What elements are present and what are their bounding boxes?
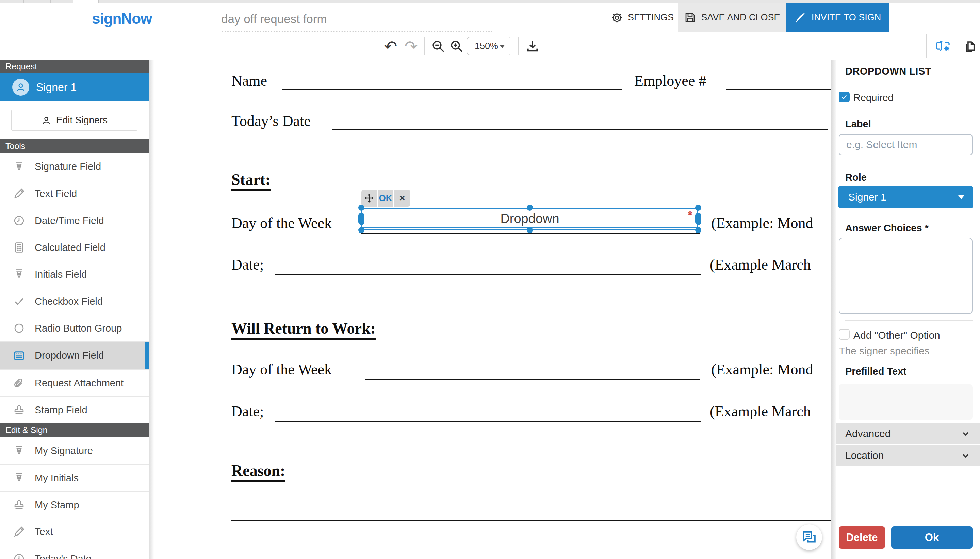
sidebar-item-text-field[interactable]: Text Field [0,180,149,207]
field-settings-button[interactable] [931,32,955,60]
resize-handle-sw[interactable] [358,227,365,233]
redo-button[interactable]: ↷ [401,32,421,60]
chevron-down-icon [961,451,970,460]
form-employee-label: Employee # [634,72,706,89]
settings-button[interactable]: SETTINGS [611,3,674,32]
save-and-close-button[interactable]: SAVE AND CLOSE [678,3,786,32]
tool-label: Initials Field [35,269,87,280]
tool-label: My Signature [35,445,93,456]
floppy-disk-icon [684,12,696,24]
chat-feedback-button[interactable] [796,524,822,550]
sidebar-item-my-initials[interactable]: My Initials [0,464,149,491]
signer-specifies-hint: The signer specifies [839,345,930,357]
form-start-heading: Start: [231,170,271,191]
sidebar-item-stamp-field[interactable]: Stamp Field [0,396,149,423]
document-canvas[interactable]: Name Employee # Today’s Date Start: OK ×… [149,60,831,559]
role-select[interactable]: Signer 1 [838,186,973,208]
sidebar-item-my-stamp[interactable]: My Stamp [0,491,149,518]
field-ok-button[interactable]: OK [378,190,394,207]
label-input[interactable] [839,134,972,155]
form-reason-heading: Reason: [231,461,285,482]
form-day-of-week-label: Day of the Week [231,215,332,232]
field-action-chip: OK × [361,190,410,207]
document-title-input[interactable]: day off request form [221,12,327,26]
answer-choices-textarea[interactable] [839,238,972,314]
required-label: Required [853,92,894,104]
form-date-line-2 [275,421,701,422]
role-value: Signer 1 [848,191,886,203]
advanced-section-toggle[interactable]: Advanced [836,423,980,444]
move-icon [364,193,374,203]
form-example-monday: (Example: Mond [711,215,813,232]
sidebar-item-request-attachment[interactable]: Request Attachment [0,369,149,396]
sidebar-item-checkbox-field[interactable]: Checkbox Field [0,288,149,314]
pencil-icon [13,188,25,200]
resize-handle-nw[interactable] [358,205,365,211]
edit-signers-button[interactable]: Edit Signers [11,110,137,131]
clock-icon [13,552,25,559]
zoom-out-button[interactable] [428,32,449,60]
location-section-toggle[interactable]: Location [836,445,980,466]
calculator-icon [13,241,25,254]
app-header: signNow day off request form SETTINGS SA… [0,3,980,32]
location-label: Location [845,450,884,461]
pen-nib-icon [13,445,25,457]
chevron-down-icon [961,429,970,438]
tool-label: My Initials [35,473,79,484]
prefilled-text-input[interactable] [839,384,972,420]
invite-to-sign-button[interactable]: INVITE TO SIGN [786,3,889,32]
undo-button[interactable]: ↶ [380,32,401,60]
dropdown-list-icon [13,350,25,362]
sidebar-item-signer-1[interactable]: Signer 1 [0,73,149,101]
add-other-label: Add "Other" Option [853,329,940,341]
page-left-shadow [149,60,154,559]
sidebar-item-date-time-field[interactable]: Date/Time Field [0,207,149,234]
editor-toolbar: ↶ ↷ 150% [0,32,980,60]
tool-label: Calculated Field [35,242,106,253]
zoom-level-select[interactable]: 150% [467,37,511,55]
settings-label: SETTINGS [628,12,674,23]
zoom-in-button[interactable] [446,32,467,60]
tool-label: Radio Button Group [35,323,122,334]
resize-handle-e[interactable] [695,213,701,225]
resize-handle-ne[interactable] [695,205,701,211]
resize-handle-w[interactable] [358,213,365,225]
signer-label: Signer 1 [36,81,77,94]
sidebar-item-signature-field[interactable]: Signature Field [0,153,149,180]
form-employee-line [726,89,831,90]
required-asterisk: * [688,209,693,223]
add-other-checkbox[interactable] [839,329,850,340]
left-sidebar: Request Signer 1 Edit Signers Tools Sign… [0,60,149,559]
tool-label: Checkbox Field [35,296,103,307]
sidebar-item-radio-button-group[interactable]: Radio Button Group [0,314,149,341]
sidebar-item-dropdown-field[interactable]: Dropdown Field [0,341,149,369]
pages-button[interactable] [962,32,980,60]
download-button[interactable] [522,32,543,60]
check-icon [840,93,848,101]
resize-handle-n[interactable] [527,205,533,211]
sidebar-item-todays-date[interactable]: Today's Date [0,545,149,559]
chat-icon [802,530,817,545]
tool-label: Dropdown Field [35,350,104,361]
tools-section-header: Tools [0,139,149,153]
sidebar-item-my-signature[interactable]: My Signature [0,437,149,464]
form-day-of-week-line [361,233,700,234]
person-icon [41,115,51,125]
advanced-label: Advanced [845,428,891,440]
form-will-return-heading: Will Return to Work: [231,319,376,340]
pen-nib-icon [13,161,25,173]
required-checkbox[interactable] [839,92,850,103]
field-close-button[interactable]: × [394,190,410,207]
document-title-underline [222,31,493,32]
delete-button[interactable]: Delete [839,526,885,549]
resize-handle-s[interactable] [527,227,533,233]
sidebar-item-initials-field[interactable]: Initials Field [0,261,149,288]
tool-label: Text [35,526,53,538]
sidebar-item-text[interactable]: Text [0,518,149,545]
clock-icon [13,215,25,227]
ok-button[interactable]: Ok [891,526,972,549]
sidebar-item-calculated-field[interactable]: Calculated Field [0,234,149,261]
panel-left-shadow [831,60,836,559]
resize-handle-se[interactable] [695,227,701,233]
field-move-handle[interactable] [361,190,378,207]
